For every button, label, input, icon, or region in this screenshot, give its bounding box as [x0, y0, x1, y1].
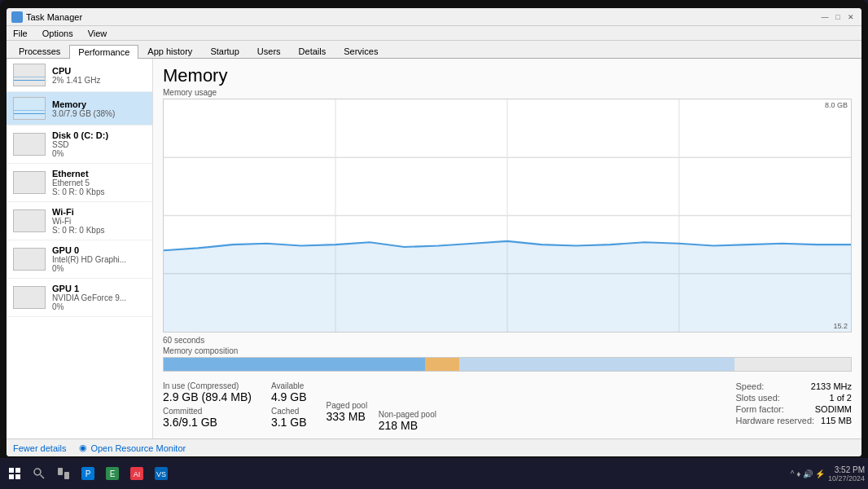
gpu0-detail2: 0%: [52, 264, 126, 273]
hw-reserved-value: 115 MB: [821, 416, 852, 425]
graph-y-max: 8.0 GB: [825, 101, 848, 109]
sidebar-item-ethernet[interactable]: Ethernet Ethernet 5 S: 0 R: 0 Kbps: [7, 164, 152, 202]
menu-view[interactable]: View: [85, 28, 111, 39]
disk0-thumbnail: [13, 133, 46, 156]
tab-services[interactable]: Services: [335, 44, 387, 58]
main-layout: CPU 2% 1.41 GHz Memory 3.0/7.9 GB (38%): [7, 59, 861, 438]
graph-svg: [164, 99, 851, 332]
comp-modified: [425, 358, 459, 371]
tab-performance[interactable]: Performance: [69, 45, 138, 59]
memory-label: Memory: [52, 99, 115, 109]
form-factor-row: Form factor: SODIMM: [735, 404, 852, 414]
disk0-type: SSD: [52, 140, 108, 149]
disk0-label: Disk 0 (C: D:): [52, 130, 108, 140]
taskbar-app-2[interactable]: E: [101, 462, 124, 485]
svg-point-11: [34, 469, 41, 475]
cached-value: 3.1 GB: [271, 416, 307, 429]
sidebar-item-memory[interactable]: Memory 3.0/7.9 GB (38%): [7, 92, 152, 126]
date: 10/27/2024: [828, 474, 865, 482]
slots-value: 1 of 2: [829, 393, 852, 403]
window-controls: — □ ✕: [819, 11, 857, 23]
svg-rect-13: [58, 468, 63, 475]
menu-file[interactable]: File: [10, 28, 31, 39]
taskbar-app-vscode[interactable]: VS: [150, 462, 173, 485]
wifi-thumbnail: [13, 209, 46, 232]
memory-composition-label: Memory composition: [163, 346, 852, 355]
gpu1-label: GPU 1: [52, 284, 126, 293]
svg-rect-15: [81, 467, 94, 480]
fewer-details-link[interactable]: Fewer details: [13, 443, 66, 453]
cpu-detail: 2% 1.41 GHz: [52, 76, 100, 85]
available-value: 4.9 GB: [271, 390, 307, 403]
speed-label: Speed:: [735, 381, 764, 391]
tab-processes[interactable]: Processes: [10, 44, 69, 58]
svg-rect-19: [130, 467, 143, 480]
tab-startup[interactable]: Startup: [201, 44, 248, 58]
graph-label: Memory usage: [163, 88, 852, 97]
search-button[interactable]: [28, 462, 50, 485]
gpu0-thumbnail: [13, 248, 46, 271]
sidebar: CPU 2% 1.41 GHz Memory 3.0/7.9 GB (38%): [7, 59, 153, 438]
content-area: Memory Memory usage 8.0 GB 15.2: [153, 59, 861, 438]
tab-app-history[interactable]: App history: [138, 44, 201, 58]
inuse-label: In use (Compressed): [163, 381, 252, 390]
maximize-button[interactable]: □: [832, 11, 844, 23]
slots-row: Slots used: 1 of 2: [735, 393, 852, 403]
tray-icons: ^ ♦ 🔊 ⚡: [791, 469, 825, 478]
form-factor-label: Form factor:: [735, 404, 783, 414]
menu-bar: File Options View: [7, 26, 861, 41]
hw-reserved-label: Hardware reserved:: [735, 416, 814, 425]
start-button[interactable]: [3, 462, 26, 485]
hw-reserved-row: Hardware reserved: 115 MB: [735, 416, 852, 425]
svg-text:E: E: [110, 469, 116, 478]
tab-details[interactable]: Details: [290, 44, 335, 58]
taskbar-app-1[interactable]: P: [77, 462, 99, 485]
nonpaged-label: Non-paged pool: [379, 410, 436, 419]
inuse-value: 2.9 GB (89.4 MB): [163, 390, 252, 403]
right-stats: Speed: 2133 MHz Slots used: 1 of 2 Form …: [735, 381, 852, 425]
slots-label: Slots used:: [735, 393, 779, 403]
clock[interactable]: 3:52 PM 10/27/2024: [828, 465, 865, 482]
speed-row: Speed: 2133 MHz: [735, 381, 852, 391]
app-icon: [11, 11, 23, 23]
taskbar: P E AI VS ^ ♦ 🔊 ⚡ 3:52 PM 10/27/2024: [0, 458, 868, 489]
open-resource-monitor-link[interactable]: ◉ Open Resource Monitor: [79, 443, 186, 453]
comp-free: [734, 358, 852, 371]
ethernet-thumbnail: [13, 171, 46, 194]
paged-value: 333 MB: [327, 410, 366, 432]
sidebar-item-wifi[interactable]: Wi-Fi Wi-Fi S: 0 R: 0 Kbps: [7, 202, 152, 240]
gpu0-label: GPU 0: [52, 245, 126, 255]
svg-text:VS: VS: [156, 470, 166, 478]
svg-rect-14: [64, 472, 69, 479]
title-bar: Task Manager — □ ✕: [7, 8, 861, 26]
stat-inuse-committed: In use (Compressed) 2.9 GB (89.4 MB) Com…: [163, 381, 252, 429]
stat-paged: Paged pool 333 MB Non-paged pool 218 MB: [327, 381, 717, 432]
sidebar-item-gpu0[interactable]: GPU 0 Intel(R) HD Graphi... 0%: [7, 240, 152, 279]
gpu1-detail1: NVIDIA GeForce 9...: [52, 293, 126, 302]
memory-graph: 8.0 GB 15.2: [163, 99, 852, 333]
svg-line-12: [41, 475, 45, 479]
app-title: Task Manager: [26, 12, 819, 22]
paged-label: Paged pool: [327, 401, 717, 410]
task-view-button[interactable]: [52, 462, 75, 485]
sidebar-item-cpu[interactable]: CPU 2% 1.41 GHz: [7, 59, 152, 92]
memory-detail: 3.0/7.9 GB (38%): [52, 109, 115, 118]
svg-rect-10: [15, 474, 20, 479]
svg-rect-9: [9, 474, 14, 479]
form-factor-value: SODIMM: [815, 404, 852, 414]
comp-standby: [459, 358, 734, 371]
sidebar-item-gpu1[interactable]: GPU 1 NVIDIA GeForce 9... 0%: [7, 279, 152, 317]
taskbar-app-ai[interactable]: AI: [125, 462, 148, 485]
close-button[interactable]: ✕: [845, 11, 857, 23]
graph-time-label: 60 seconds: [163, 336, 852, 345]
memory-thumbnail: [13, 97, 46, 120]
menu-options[interactable]: Options: [39, 28, 77, 39]
gpu0-detail1: Intel(R) HD Graphi...: [52, 255, 126, 264]
minimize-button[interactable]: —: [819, 11, 831, 23]
graph-y-min: 15.2: [833, 322, 848, 330]
tabs-bar: Processes Performance App history Startu…: [7, 41, 861, 59]
gpu1-thumbnail: [13, 286, 46, 309]
sidebar-item-disk0[interactable]: Disk 0 (C: D:) SSD 0%: [7, 126, 152, 164]
wifi-label: Wi-Fi: [52, 207, 104, 217]
tab-users[interactable]: Users: [248, 44, 290, 58]
